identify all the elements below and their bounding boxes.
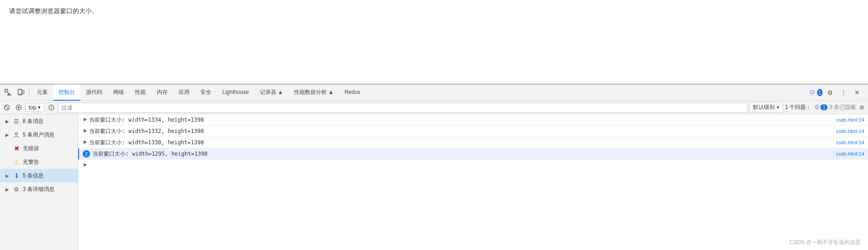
tab-performance[interactable]: 性能 [130,85,151,101]
sidebar-item-verbose[interactable]: ▶ ⚙ 3 条详细消息 [0,182,78,196]
tab-memory[interactable]: 内存 [151,85,173,101]
log4-source[interactable]: csdn.html:14 [836,149,864,158]
close-devtools-icon[interactable]: ✕ [851,86,863,99]
log4-badge: 2 [83,150,90,157]
svg-line-5 [5,106,9,109]
log1-source[interactable]: csdn.html:14 [836,115,864,124]
log-entry-expand: ▶ [78,160,868,169]
console-log: ▶ 当前窗口大小: width=1334, height=1398 csdn.h… [78,114,868,250]
level-label: 默认级别 [753,103,775,111]
tab-elements[interactable]: 元素 [31,85,53,101]
sidebar-item-user-messages[interactable]: ▶ 5 条用户消息 [0,128,78,142]
svg-point-7 [18,107,20,108]
tab-console[interactable]: 控制台 [53,85,80,101]
devtools-panel: 元素 控制台 源代码 网络 性能 内存 应用 安全 Lighthouse 记录器… [0,84,868,250]
tab-lighthouse[interactable]: Lighthouse [217,85,254,101]
preserve-log-icon[interactable] [14,103,24,112]
clear-console-icon[interactable] [2,103,12,112]
sidebar-item-warnings[interactable]: ▶ ⚠ 无警告 [0,155,78,169]
log-entry-3: ▶ 当前窗口大小: width=1330, height=1398 csdn.h… [78,137,868,148]
verbose-icon: ⚙ [13,186,20,193]
log1-expand[interactable]: ▶ [82,115,89,123]
console-settings-icon[interactable]: ⚙ [858,103,866,112]
sidebar-item-info[interactable]: ▶ ℹ 5 条信息 [0,169,78,182]
console-toolbar: top ▼ 默认级别 ▼ 1 个问题： 1 3 条已隐藏 ⚙ [0,101,868,114]
sidebar-warnings-label: 无警告 [23,158,39,166]
expand-user-messages-icon: ▶ [5,132,10,137]
svg-rect-2 [22,91,24,94]
console-sidebar: ▶ ☰ 8 条消息 ▶ 5 条用户消息 ▶ ✖ 无错误 [0,114,78,250]
issues-badge-area[interactable]: 1 个问题： 1 [785,103,828,111]
settings-icon[interactable]: ⚙ [823,86,836,99]
tab-redux[interactable]: Redux [339,85,366,101]
devtools-tabs-bar: 元素 控制台 源代码 网络 性能 内存 应用 安全 Lighthouse 记录器… [0,85,868,101]
list-icon: ☰ [13,118,20,125]
svg-point-11 [15,133,18,135]
tabs-divider [29,89,30,96]
info-icon: ℹ [13,172,20,179]
page-area: 请尝试调整浏览器窗口的大小。 [0,0,868,84]
level-dropdown-icon: ▼ [776,105,780,110]
log-level-selector[interactable]: 默认级别 ▼ [750,102,783,113]
user-icon [13,131,20,138]
log3-source[interactable]: csdn.html:14 [836,138,864,147]
log2-source[interactable]: csdn.html:14 [836,127,864,136]
log1-text: 当前窗口大小: width=1334, height=1398 [89,115,833,124]
log-entry-2: ▶ 当前窗口大小: width=1332, height=1398 csdn.h… [78,126,868,137]
tab-security[interactable]: 安全 [195,85,217,101]
svg-point-10 [51,108,51,108]
tab-application[interactable]: 应用 [173,85,195,101]
sidebar-item-messages[interactable]: ▶ ☰ 8 条消息 [0,114,78,128]
more-options-icon[interactable]: ⋮ [837,86,850,99]
tabs-right-icons: 1 ⚙ ⋮ ✕ [810,86,863,99]
sidebar-verbose-label: 3 条详细消息 [23,186,55,193]
log2-text: 当前窗口大小: width=1332, height=1398 [89,127,833,136]
watermark: CSDN @一颗不甘坠落的流星 [789,239,861,246]
expand-info-icon: ▶ [5,173,10,178]
tab-source[interactable]: 源代码 [80,85,108,101]
issues-text: 1 个问题： [785,103,811,111]
sidebar-messages-label: 8 条消息 [23,118,44,125]
log3-expand[interactable]: ▶ [82,138,89,145]
sidebar-errors-label: 无错误 [23,145,39,152]
log-expand-more[interactable]: ▶ [82,161,89,168]
expand-verbose-icon: ▶ [5,186,10,192]
console-messages-icon[interactable]: 1 [810,86,823,99]
filter-input[interactable] [58,103,748,113]
issues-count: 1 [820,104,828,110]
tab-network[interactable]: 网络 [108,85,130,101]
show-issues-icon[interactable] [46,103,56,112]
tab-recorder[interactable]: 记录器 ▲ [254,85,289,101]
error-icon: ✖ [13,145,20,152]
device-toolbar-icon[interactable] [15,86,27,99]
log2-expand[interactable]: ▶ [82,127,89,134]
expand-messages-icon: ▶ [5,118,10,124]
top-context-selector[interactable]: top ▼ [25,103,45,112]
svg-rect-0 [5,89,8,92]
log4-text: 当前窗口大小: width=1295, height=1398 [93,149,833,158]
tab-perf-insights[interactable]: 性能数据分析 ▲ [289,85,339,101]
inspect-element-icon[interactable] [2,86,15,99]
warning-icon: ⚠ [13,158,20,166]
console-content: ▶ ☰ 8 条消息 ▶ 5 条用户消息 ▶ ✖ 无错误 [0,114,868,250]
sidebar-user-messages-label: 5 条用户消息 [23,131,55,139]
log3-text: 当前窗口大小: width=1330, height=1398 [89,138,833,147]
top-label: top [29,104,36,111]
log-entry-1: ▶ 当前窗口大小: width=1334, height=1398 csdn.h… [78,114,868,126]
sidebar-item-errors[interactable]: ▶ ✖ 无错误 [0,142,78,155]
log-entry-4: 2 当前窗口大小: width=1295, height=1398 csdn.h… [78,148,868,160]
messages-badge: 1 [817,89,823,96]
hidden-count: 3 条已隐藏 [829,103,856,111]
top-dropdown-icon: ▼ [37,105,41,110]
page-main-text: 请尝试调整浏览器窗口的大小。 [9,7,98,15]
sidebar-info-label: 5 条信息 [23,172,44,180]
